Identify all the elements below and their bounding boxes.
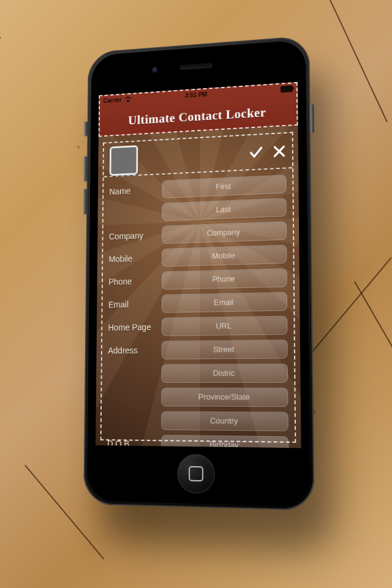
power-button (310, 104, 314, 133)
app-title: Ultimate Contact Locker (128, 105, 266, 128)
mobile-input[interactable]: Mobile (162, 244, 287, 266)
province-input[interactable]: Province/State (161, 387, 288, 406)
carrier-label: Carrier (104, 96, 122, 104)
check-icon (248, 144, 264, 160)
contact-form: Name First Last Company Company Mobile M… (100, 132, 296, 443)
phone-label: Phone (108, 275, 162, 286)
phone-input[interactable]: Phone (162, 268, 287, 289)
last-name-input[interactable]: Last (162, 197, 286, 221)
email-label: Email (108, 298, 162, 309)
form-toolbar (104, 133, 292, 177)
home-icon (189, 466, 203, 481)
birthday-input[interactable]: Birthday (161, 434, 288, 448)
company-input[interactable]: Company (162, 221, 287, 243)
battery-icon (281, 85, 293, 92)
district-input[interactable]: Distric (162, 363, 288, 382)
wifi-icon (124, 96, 131, 102)
volume-down-button (83, 189, 87, 214)
screen: Ultimate Contact Locker Carrier 3:51 PM (96, 81, 301, 448)
homepage-input[interactable]: URL (162, 315, 288, 336)
cancel-button[interactable] (270, 141, 288, 160)
name-label: Name (109, 184, 162, 196)
volume-up-button (83, 156, 87, 181)
street-input[interactable]: Street (162, 339, 288, 359)
address-label: Address (108, 345, 162, 355)
first-name-input[interactable]: First (162, 174, 287, 198)
homepage-label: Home Page (108, 322, 162, 332)
contact-avatar[interactable] (110, 145, 138, 176)
close-icon (271, 143, 287, 159)
country-input[interactable]: Country (161, 411, 288, 431)
confirm-button[interactable] (247, 143, 265, 162)
company-label: Company (109, 230, 162, 241)
mute-switch (84, 121, 88, 137)
phone-mockup: Ultimate Contact Locker Carrier 3:51 PM (83, 36, 314, 511)
home-button[interactable] (177, 454, 214, 494)
email-input[interactable]: Email (162, 292, 287, 312)
mobile-label: Mobile (108, 252, 162, 263)
